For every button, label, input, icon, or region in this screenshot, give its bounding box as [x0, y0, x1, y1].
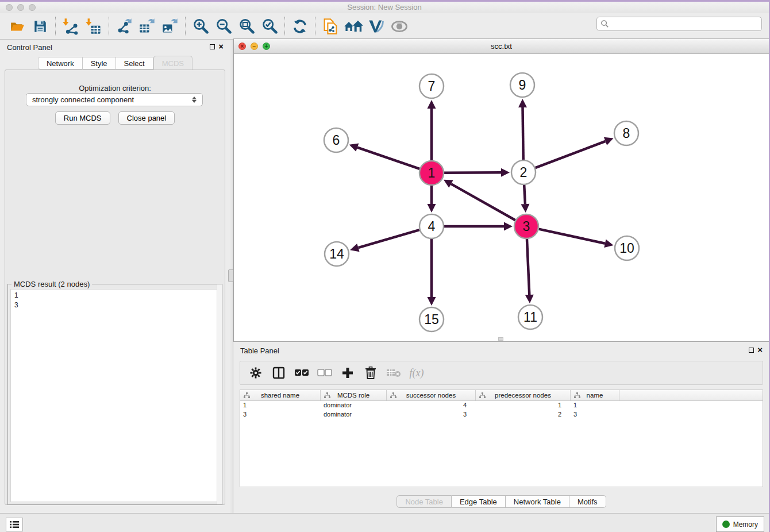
export-network-icon[interactable] [113, 16, 136, 37]
toolbar-separator [315, 17, 315, 36]
table-panel-close-button[interactable]: × [757, 346, 763, 353]
edge-2-3[interactable] [524, 185, 525, 204]
gear-icon[interactable] [248, 365, 263, 380]
memory-button[interactable]: Memory [716, 516, 764, 532]
network-canvas[interactable]: 1234678910111415 [234, 54, 769, 341]
tab-select[interactable]: Select [116, 57, 153, 70]
edge-3-1[interactable] [451, 184, 515, 220]
cell-MCDS-role[interactable]: dominator [321, 410, 387, 419]
column-header-shared-name[interactable]: shared name [240, 390, 321, 400]
canvas-resize-handle[interactable] [498, 337, 503, 341]
edge-arrowhead [525, 295, 534, 303]
network-graph[interactable]: 1234678910111415 [234, 54, 769, 341]
split-columns-icon[interactable] [271, 365, 286, 380]
copy-network-icon[interactable] [319, 16, 342, 37]
session-title: Session: New Session [0, 3, 769, 11]
cell-name[interactable]: 1 [571, 401, 619, 410]
table-row[interactable]: 1dominator411 [240, 401, 763, 410]
edge-3-11[interactable] [527, 239, 529, 295]
cell-shared-name[interactable]: 1 [240, 401, 321, 410]
graph-node-label-3: 3 [523, 219, 530, 234]
mcds-result-list[interactable]: 1 3 [10, 289, 220, 502]
main-toolbar [0, 13, 769, 40]
tab-network-table[interactable]: Network Table [506, 495, 569, 508]
tab-style[interactable]: Style [83, 57, 116, 70]
tab-mcds[interactable]: MCDS [153, 56, 192, 71]
edge-1-2[interactable] [444, 172, 501, 173]
cell-shared-name[interactable]: 3 [240, 410, 321, 419]
graph-node-label-2: 2 [520, 165, 528, 180]
task-history-button[interactable] [6, 518, 23, 531]
deselect-all-icon[interactable] [317, 365, 332, 380]
graph-node-label-1: 1 [428, 165, 436, 180]
column-header-successor-nodes[interactable]: successor nodes [387, 390, 476, 400]
select-all-icon[interactable] [294, 365, 309, 380]
edge-arrowhead [604, 239, 613, 248]
refresh-layout-icon[interactable] [288, 16, 311, 37]
export-table-icon[interactable] [136, 16, 159, 37]
edge-arrowhead [501, 168, 510, 177]
dropdown-value: strongly connected component [32, 95, 134, 104]
optimization-criterion-dropdown[interactable]: strongly connected component [26, 93, 203, 106]
network-title: scc.txt [234, 42, 769, 51]
column-header-MCDS-role[interactable]: MCDS role [321, 390, 387, 400]
tab-node-table[interactable]: Node Table [396, 495, 452, 508]
table-panel-float-button[interactable] [749, 348, 754, 353]
edge-arrowhead [521, 204, 529, 213]
mcds-result-box: MCDS result (2 nodes) 1 3 [7, 284, 222, 505]
close-panel-button[interactable]: Close panel [118, 111, 175, 125]
open-file-icon[interactable] [6, 16, 29, 37]
edge-arrowhead [518, 99, 527, 107]
zoom-in-icon[interactable] [189, 16, 212, 37]
graph-node-label-10: 10 [619, 241, 634, 256]
cell-name[interactable]: 3 [571, 410, 619, 419]
result-scrollbar[interactable] [217, 284, 222, 504]
dropdown-stepper-icon [192, 97, 197, 103]
zoom-selected-icon[interactable] [258, 16, 281, 37]
network-window-titlebar[interactable]: × − + scc.txt [234, 39, 769, 54]
cell-predecessor-nodes[interactable]: 2 [476, 410, 571, 419]
graph-node-label-6: 6 [333, 133, 340, 148]
edge-1-6[interactable] [357, 148, 419, 169]
edge-4-14[interactable] [358, 230, 419, 248]
mcds-panel: Optimization criterion: strongly connect… [5, 70, 225, 505]
zoom-out-icon[interactable] [212, 16, 235, 37]
cell-MCDS-role[interactable]: dominator [321, 401, 387, 410]
tab-network[interactable]: Network [38, 57, 83, 70]
tab-edge-table[interactable]: Edge Table [452, 495, 506, 508]
table-panel-title: Table Panel [240, 346, 279, 355]
node-table: shared nameMCDS rolesuccessor nodesprede… [240, 390, 763, 487]
search-icon [600, 20, 609, 28]
edge-2-8[interactable] [536, 141, 606, 168]
column-header-name[interactable]: name [571, 390, 619, 400]
mcds-result-legend: MCDS result (2 nodes) [11, 280, 92, 288]
cell-predecessor-nodes[interactable]: 1 [476, 401, 571, 410]
tab-motifs[interactable]: Motifs [569, 495, 606, 508]
zoom-fit-icon[interactable] [235, 16, 258, 37]
cell-successor-nodes[interactable]: 4 [387, 401, 476, 410]
import-network-icon[interactable] [59, 16, 82, 37]
search-input[interactable] [609, 20, 758, 28]
toolbar-separator [284, 17, 285, 36]
edge-2-9[interactable] [523, 107, 523, 160]
toolbar-search[interactable] [596, 17, 762, 31]
graph-node-label-11: 11 [523, 310, 537, 325]
graph-node-label-4: 4 [428, 219, 436, 234]
home-networks-icon[interactable] [342, 16, 365, 37]
cell-successor-nodes[interactable]: 3 [387, 410, 476, 419]
control-panel-close-button[interactable]: × [218, 43, 224, 50]
column-header-predecessor-nodes[interactable]: predecessor nodes [476, 390, 571, 400]
edge-3-10[interactable] [538, 229, 605, 244]
export-image-icon[interactable] [159, 16, 182, 37]
run-mcds-button[interactable]: Run MCDS [55, 111, 110, 125]
save-session-icon[interactable] [29, 16, 52, 37]
vizmapper-icon[interactable] [365, 16, 388, 37]
app-titlebar: Session: New Session [0, 2, 769, 13]
import-table-icon[interactable] [82, 16, 105, 37]
delete-icon[interactable] [363, 365, 378, 380]
table-row[interactable]: 3dominator323 [240, 410, 763, 419]
show-hide-icon[interactable] [388, 16, 411, 37]
control-panel-float-button[interactable] [210, 44, 215, 49]
add-column-icon[interactable] [340, 365, 355, 380]
table-toolbar: f(x) [240, 361, 763, 385]
